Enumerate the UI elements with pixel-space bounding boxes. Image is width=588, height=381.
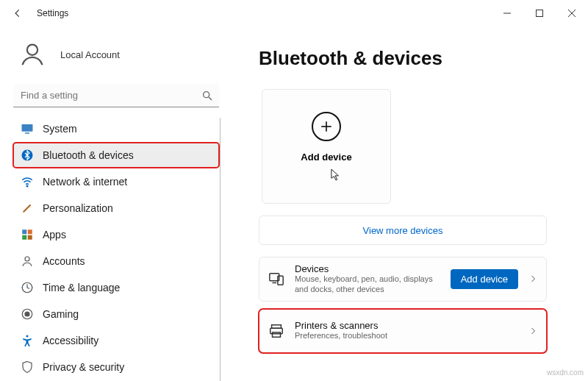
row-devices[interactable]: Devices Mouse, keyboard, pen, audio, dis… — [259, 257, 547, 302]
minimize-button[interactable] — [491, 0, 523, 26]
chevron-right-icon — [528, 327, 537, 335]
svg-rect-13 — [22, 235, 26, 240]
nav-label: Privacy & security — [43, 361, 124, 373]
nav-item-network[interactable]: Network & internet — [13, 169, 219, 194]
nav-label: Apps — [43, 229, 66, 241]
svg-point-10 — [26, 185, 28, 187]
sidebar: Local Account System Bluetooth & devices — [0, 26, 228, 381]
shield-icon — [21, 360, 34, 374]
brush-icon — [21, 202, 34, 215]
nav-label: Bluetooth & devices — [43, 149, 134, 161]
svg-rect-1 — [537, 10, 543, 17]
svg-line-6 — [209, 97, 212, 100]
add-device-tile[interactable]: Add device — [262, 89, 391, 204]
add-device-button[interactable]: Add device — [451, 269, 518, 289]
window-title: Settings — [37, 8, 68, 18]
search-icon — [201, 90, 213, 102]
svg-rect-27 — [273, 332, 281, 336]
svg-point-5 — [204, 92, 209, 98]
nav-list: System Bluetooth & devices Network & int… — [13, 116, 219, 380]
nav-label: Time & language — [43, 282, 120, 293]
search-box[interactable] — [13, 84, 219, 107]
main-content: Bluetooth & devices Add device View more… — [228, 26, 588, 381]
account-name: Local Account — [60, 49, 120, 60]
svg-rect-8 — [25, 132, 29, 134]
maximize-button[interactable] — [523, 0, 556, 26]
nav-label: Accessibility — [43, 335, 98, 346]
nav-item-system[interactable]: System — [13, 116, 219, 141]
row-printers-scanners[interactable]: Printers & scanners Preferences, trouble… — [259, 309, 547, 353]
devices-icon — [268, 271, 284, 287]
nav-item-bluetooth-devices[interactable]: Bluetooth & devices — [13, 143, 219, 168]
page-title: Bluetooth & devices — [259, 47, 575, 70]
add-device-label: Add device — [301, 152, 351, 163]
back-button[interactable] — [6, 1, 29, 25]
nav-label: Accounts — [43, 255, 85, 267]
account-block[interactable]: Local Account — [13, 32, 219, 84]
system-icon — [21, 122, 34, 135]
row-title: Printers & scanners — [295, 320, 518, 331]
svg-point-18 — [25, 312, 29, 316]
nav-item-time-language[interactable]: Time & language — [13, 275, 219, 300]
nav-label: Personalization — [43, 202, 113, 214]
view-more-devices[interactable]: View more devices — [259, 216, 547, 245]
svg-point-15 — [25, 257, 29, 261]
search-input[interactable] — [13, 84, 219, 107]
plus-icon — [312, 112, 341, 141]
chevron-right-icon — [528, 274, 537, 283]
nav-item-gaming[interactable]: Gaming — [13, 302, 219, 327]
row-title: Devices — [295, 263, 440, 274]
bluetooth-icon — [21, 149, 34, 162]
avatar-icon — [16, 38, 49, 71]
accessibility-icon — [21, 334, 34, 347]
nav-item-accessibility[interactable]: Accessibility — [13, 328, 219, 353]
nav-item-apps[interactable]: Apps — [13, 222, 219, 247]
view-more-label: View more devices — [363, 225, 443, 236]
titlebar: Settings — [0, 0, 588, 26]
nav-divider — [220, 118, 220, 381]
svg-rect-12 — [28, 229, 32, 234]
row-subtitle: Mouse, keyboard, pen, audio, displays an… — [295, 274, 440, 295]
svg-point-4 — [27, 45, 37, 55]
wifi-icon — [21, 175, 34, 188]
cursor-icon — [331, 168, 341, 182]
apps-icon — [21, 228, 34, 241]
nav-label: Gaming — [43, 308, 79, 320]
svg-rect-11 — [22, 229, 26, 234]
nav-label: System — [43, 123, 77, 135]
nav-item-accounts[interactable]: Accounts — [13, 249, 219, 274]
watermark: wsxdn.com — [547, 368, 584, 377]
svg-point-19 — [26, 335, 29, 338]
close-button[interactable] — [556, 0, 588, 26]
nav-label: Network & internet — [43, 176, 127, 188]
nav-item-privacy[interactable]: Privacy & security — [13, 355, 219, 380]
svg-rect-14 — [28, 235, 32, 240]
clock-icon — [21, 281, 34, 294]
printer-icon — [268, 323, 284, 339]
nav-item-personalization[interactable]: Personalization — [13, 196, 219, 221]
accounts-icon — [21, 254, 34, 268]
row-subtitle: Preferences, troubleshoot — [295, 331, 518, 341]
svg-rect-7 — [22, 124, 33, 132]
gaming-icon — [21, 307, 34, 321]
